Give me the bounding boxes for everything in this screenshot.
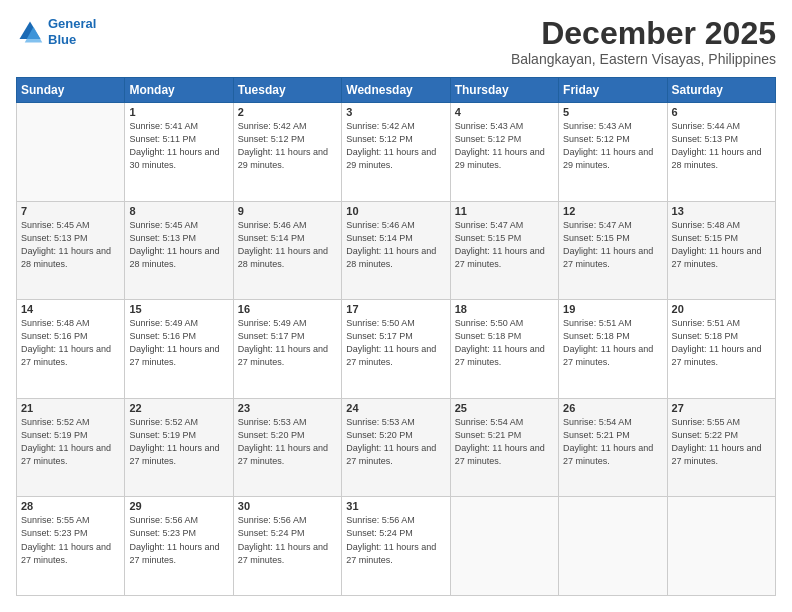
day-number: 6 [672, 106, 771, 118]
calendar-cell: 3Sunrise: 5:42 AMSunset: 5:12 PMDaylight… [342, 103, 450, 202]
calendar-cell: 6Sunrise: 5:44 AMSunset: 5:13 PMDaylight… [667, 103, 775, 202]
calendar-cell: 14Sunrise: 5:48 AMSunset: 5:16 PMDayligh… [17, 300, 125, 399]
calendar-cell: 5Sunrise: 5:43 AMSunset: 5:12 PMDaylight… [559, 103, 667, 202]
header-cell-monday: Monday [125, 78, 233, 103]
day-info: Sunrise: 5:50 AMSunset: 5:18 PMDaylight:… [455, 317, 554, 369]
day-info: Sunrise: 5:46 AMSunset: 5:14 PMDaylight:… [238, 219, 337, 271]
day-number: 25 [455, 402, 554, 414]
calendar-cell: 16Sunrise: 5:49 AMSunset: 5:17 PMDayligh… [233, 300, 341, 399]
day-info: Sunrise: 5:56 AMSunset: 5:23 PMDaylight:… [129, 514, 228, 566]
day-info: Sunrise: 5:45 AMSunset: 5:13 PMDaylight:… [21, 219, 120, 271]
calendar-cell: 11Sunrise: 5:47 AMSunset: 5:15 PMDayligh… [450, 201, 558, 300]
day-number: 4 [455, 106, 554, 118]
calendar-cell: 21Sunrise: 5:52 AMSunset: 5:19 PMDayligh… [17, 398, 125, 497]
day-info: Sunrise: 5:48 AMSunset: 5:16 PMDaylight:… [21, 317, 120, 369]
header-cell-saturday: Saturday [667, 78, 775, 103]
day-info: Sunrise: 5:54 AMSunset: 5:21 PMDaylight:… [563, 416, 662, 468]
day-number: 21 [21, 402, 120, 414]
header-cell-tuesday: Tuesday [233, 78, 341, 103]
day-info: Sunrise: 5:52 AMSunset: 5:19 PMDaylight:… [129, 416, 228, 468]
calendar-cell: 20Sunrise: 5:51 AMSunset: 5:18 PMDayligh… [667, 300, 775, 399]
calendar-cell: 25Sunrise: 5:54 AMSunset: 5:21 PMDayligh… [450, 398, 558, 497]
day-number: 26 [563, 402, 662, 414]
calendar-cell [559, 497, 667, 596]
day-info: Sunrise: 5:45 AMSunset: 5:13 PMDaylight:… [129, 219, 228, 271]
main-title: December 2025 [511, 16, 776, 51]
week-row-4: 28Sunrise: 5:55 AMSunset: 5:23 PMDayligh… [17, 497, 776, 596]
day-number: 17 [346, 303, 445, 315]
day-info: Sunrise: 5:52 AMSunset: 5:19 PMDaylight:… [21, 416, 120, 468]
day-number: 8 [129, 205, 228, 217]
day-info: Sunrise: 5:53 AMSunset: 5:20 PMDaylight:… [238, 416, 337, 468]
day-info: Sunrise: 5:55 AMSunset: 5:22 PMDaylight:… [672, 416, 771, 468]
day-number: 20 [672, 303, 771, 315]
calendar-table: SundayMondayTuesdayWednesdayThursdayFrid… [16, 77, 776, 596]
day-number: 22 [129, 402, 228, 414]
day-number: 18 [455, 303, 554, 315]
day-info: Sunrise: 5:50 AMSunset: 5:17 PMDaylight:… [346, 317, 445, 369]
calendar-cell: 31Sunrise: 5:56 AMSunset: 5:24 PMDayligh… [342, 497, 450, 596]
day-info: Sunrise: 5:53 AMSunset: 5:20 PMDaylight:… [346, 416, 445, 468]
day-number: 30 [238, 500, 337, 512]
day-info: Sunrise: 5:41 AMSunset: 5:11 PMDaylight:… [129, 120, 228, 172]
day-number: 19 [563, 303, 662, 315]
calendar-cell: 23Sunrise: 5:53 AMSunset: 5:20 PMDayligh… [233, 398, 341, 497]
calendar-cell: 15Sunrise: 5:49 AMSunset: 5:16 PMDayligh… [125, 300, 233, 399]
calendar-cell: 17Sunrise: 5:50 AMSunset: 5:17 PMDayligh… [342, 300, 450, 399]
week-row-0: 1Sunrise: 5:41 AMSunset: 5:11 PMDaylight… [17, 103, 776, 202]
day-info: Sunrise: 5:47 AMSunset: 5:15 PMDaylight:… [563, 219, 662, 271]
header-cell-friday: Friday [559, 78, 667, 103]
week-row-2: 14Sunrise: 5:48 AMSunset: 5:16 PMDayligh… [17, 300, 776, 399]
calendar-cell: 29Sunrise: 5:56 AMSunset: 5:23 PMDayligh… [125, 497, 233, 596]
day-info: Sunrise: 5:47 AMSunset: 5:15 PMDaylight:… [455, 219, 554, 271]
day-number: 29 [129, 500, 228, 512]
calendar-cell: 9Sunrise: 5:46 AMSunset: 5:14 PMDaylight… [233, 201, 341, 300]
logo-icon [16, 18, 44, 46]
calendar-cell [450, 497, 558, 596]
calendar-cell: 1Sunrise: 5:41 AMSunset: 5:11 PMDaylight… [125, 103, 233, 202]
calendar-cell: 4Sunrise: 5:43 AMSunset: 5:12 PMDaylight… [450, 103, 558, 202]
day-number: 13 [672, 205, 771, 217]
calendar-cell: 13Sunrise: 5:48 AMSunset: 5:15 PMDayligh… [667, 201, 775, 300]
calendar-cell [17, 103, 125, 202]
day-number: 14 [21, 303, 120, 315]
calendar-cell: 18Sunrise: 5:50 AMSunset: 5:18 PMDayligh… [450, 300, 558, 399]
calendar-cell: 12Sunrise: 5:47 AMSunset: 5:15 PMDayligh… [559, 201, 667, 300]
logo-text: General Blue [48, 16, 96, 47]
title-section: December 2025 Balangkayan, Eastern Visay… [511, 16, 776, 67]
day-number: 15 [129, 303, 228, 315]
header-row: SundayMondayTuesdayWednesdayThursdayFrid… [17, 78, 776, 103]
header-cell-wednesday: Wednesday [342, 78, 450, 103]
subtitle: Balangkayan, Eastern Visayas, Philippine… [511, 51, 776, 67]
calendar-cell [667, 497, 775, 596]
day-number: 12 [563, 205, 662, 217]
calendar-cell: 22Sunrise: 5:52 AMSunset: 5:19 PMDayligh… [125, 398, 233, 497]
day-number: 3 [346, 106, 445, 118]
day-number: 1 [129, 106, 228, 118]
calendar-cell: 26Sunrise: 5:54 AMSunset: 5:21 PMDayligh… [559, 398, 667, 497]
calendar-cell: 30Sunrise: 5:56 AMSunset: 5:24 PMDayligh… [233, 497, 341, 596]
header-cell-sunday: Sunday [17, 78, 125, 103]
calendar-cell: 24Sunrise: 5:53 AMSunset: 5:20 PMDayligh… [342, 398, 450, 497]
day-number: 5 [563, 106, 662, 118]
day-info: Sunrise: 5:54 AMSunset: 5:21 PMDaylight:… [455, 416, 554, 468]
calendar-cell: 10Sunrise: 5:46 AMSunset: 5:14 PMDayligh… [342, 201, 450, 300]
day-info: Sunrise: 5:44 AMSunset: 5:13 PMDaylight:… [672, 120, 771, 172]
day-info: Sunrise: 5:51 AMSunset: 5:18 PMDaylight:… [563, 317, 662, 369]
day-number: 11 [455, 205, 554, 217]
week-row-3: 21Sunrise: 5:52 AMSunset: 5:19 PMDayligh… [17, 398, 776, 497]
day-number: 16 [238, 303, 337, 315]
day-info: Sunrise: 5:48 AMSunset: 5:15 PMDaylight:… [672, 219, 771, 271]
day-number: 28 [21, 500, 120, 512]
day-info: Sunrise: 5:56 AMSunset: 5:24 PMDaylight:… [346, 514, 445, 566]
logo: General Blue [16, 16, 96, 47]
day-info: Sunrise: 5:43 AMSunset: 5:12 PMDaylight:… [563, 120, 662, 172]
calendar-cell: 7Sunrise: 5:45 AMSunset: 5:13 PMDaylight… [17, 201, 125, 300]
day-number: 9 [238, 205, 337, 217]
day-info: Sunrise: 5:46 AMSunset: 5:14 PMDaylight:… [346, 219, 445, 271]
calendar-cell: 2Sunrise: 5:42 AMSunset: 5:12 PMDaylight… [233, 103, 341, 202]
week-row-1: 7Sunrise: 5:45 AMSunset: 5:13 PMDaylight… [17, 201, 776, 300]
day-info: Sunrise: 5:42 AMSunset: 5:12 PMDaylight:… [346, 120, 445, 172]
day-number: 2 [238, 106, 337, 118]
calendar-cell: 19Sunrise: 5:51 AMSunset: 5:18 PMDayligh… [559, 300, 667, 399]
